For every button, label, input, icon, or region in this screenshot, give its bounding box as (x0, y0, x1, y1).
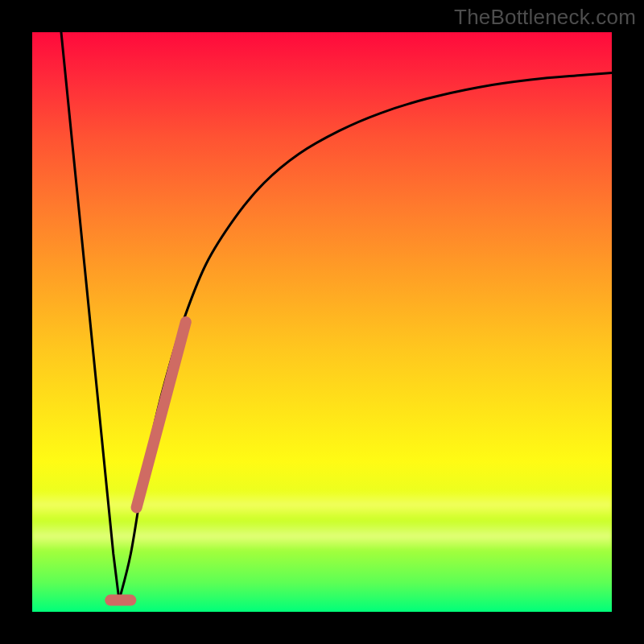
chart-frame: TheBottleneck.com (0, 0, 644, 644)
watermark-text: TheBottleneck.com (454, 5, 636, 30)
left-branch-line (61, 32, 119, 601)
rising-highlight (137, 322, 186, 507)
chart-svg (32, 32, 612, 612)
plot-area (32, 32, 612, 612)
right-branch-line (119, 72, 612, 600)
